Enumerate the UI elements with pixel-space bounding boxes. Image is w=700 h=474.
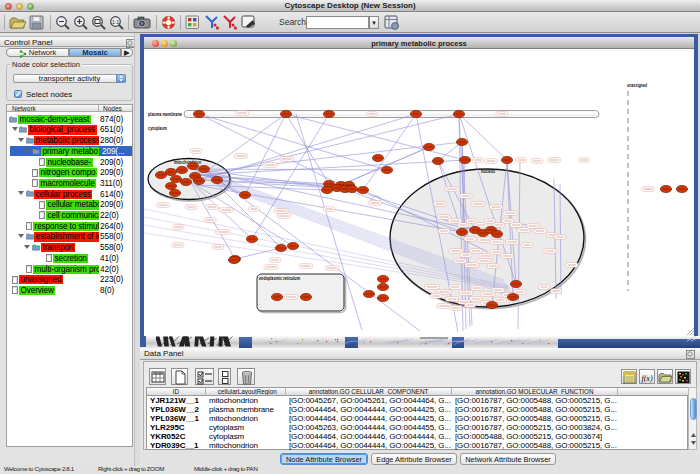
svg-text:cytoplasm: cytoplasm [148, 126, 167, 131]
svg-text:plasma membrane: plasma membrane [148, 112, 182, 117]
svg-text:unassigned: unassigned [627, 83, 647, 88]
svg-text:nucleus: nucleus [481, 169, 495, 174]
svg-text:1:1: 1:1 [112, 19, 119, 25]
svg-text:f(x): f(x) [641, 374, 652, 383]
svg-text:endoplasmic reticulum: endoplasmic reticulum [259, 276, 300, 281]
